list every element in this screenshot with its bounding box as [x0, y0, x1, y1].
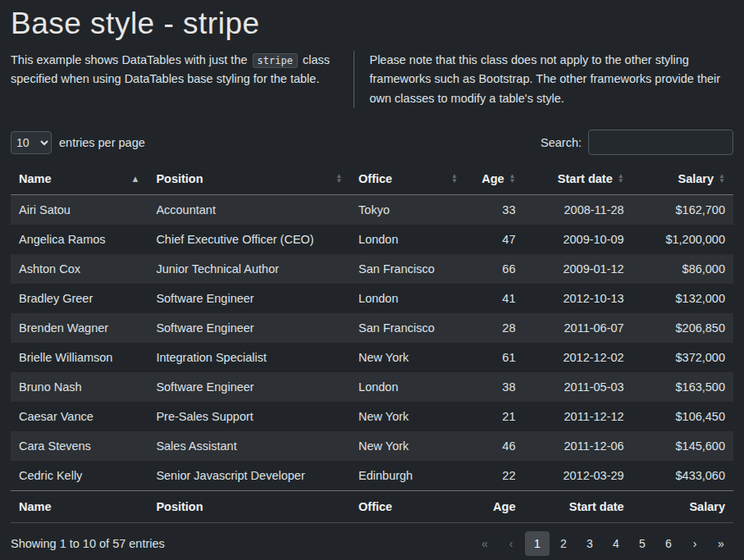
table-controls: 10 entries per page Search: [11, 130, 733, 155]
cell-salary: $433,060 [632, 461, 733, 491]
cell-start-date: 2008-11-28 [523, 195, 632, 225]
cell-name: Caesar Vance [11, 402, 148, 431]
search-label: Search: [541, 136, 582, 149]
sort-icon: ▲▼ [335, 174, 342, 185]
column-header-position[interactable]: Position▲▼ [148, 163, 350, 195]
cell-office: Edinburgh [350, 461, 466, 491]
cell-salary: $162,700 [632, 195, 733, 225]
table-row: Bruno NashSoftware EngineerLondon382011-… [11, 372, 733, 402]
cell-office: London [350, 284, 466, 313]
footer-header-office: Office [350, 491, 466, 523]
pagination-page-4-button[interactable]: 4 [604, 531, 628, 556]
pagination: «‹123456›» [472, 531, 733, 556]
footer-header-age: Age [466, 491, 523, 523]
cell-office: Tokyo [350, 195, 466, 225]
pagination-page-1-button[interactable]: 1 [525, 531, 550, 556]
pagination-last-button[interactable]: » [709, 531, 733, 556]
cell-position: Sales Assistant [148, 431, 350, 461]
cell-office: San Francisco [350, 254, 466, 284]
table-head: Name▲Position▲▼Office▲▼Age▲▼Start date▲▼… [11, 163, 733, 195]
intro-section: This example shows DataTables with just … [11, 51, 733, 108]
cell-position: Senior Javascript Developer [148, 461, 350, 491]
cell-start-date: 2012-03-29 [523, 461, 632, 491]
cell-position: Software Engineer [148, 284, 350, 313]
pagination-previous-button[interactable]: ‹ [499, 531, 523, 556]
cell-start-date: 2011-06-07 [523, 313, 632, 343]
cell-name: Brenden Wagner [11, 313, 148, 343]
column-label: Position [156, 172, 203, 185]
cell-name: Bruno Nash [11, 372, 148, 402]
cell-salary: $163,500 [632, 372, 733, 402]
table-row: Cara StevensSales AssistantNew York46201… [11, 431, 733, 461]
page-length-label: entries per page [59, 136, 145, 149]
column-header-start-date[interactable]: Start date▲▼ [523, 163, 632, 195]
page-title: Base style - stripe [11, 7, 733, 41]
search-control: Search: [541, 130, 733, 155]
cell-office: London [350, 372, 466, 402]
cell-salary: $206,850 [632, 313, 733, 343]
cell-office: New York [350, 402, 466, 431]
sort-icon: ▲▼ [451, 174, 458, 185]
search-input[interactable] [588, 130, 733, 155]
pagination-first-button[interactable]: « [472, 531, 497, 556]
cell-position: Chief Executive Officer (CEO) [148, 225, 350, 254]
footer-header-salary: Salary [632, 491, 733, 523]
stripe-code-snippet: stripe [253, 53, 298, 68]
column-label: Name [19, 172, 52, 185]
cell-salary: $372,000 [632, 343, 733, 372]
column-header-salary[interactable]: Salary▲▼ [632, 163, 733, 195]
intro-right-paragraph: Please note that this class does not app… [354, 51, 733, 108]
table-row: Caesar VancePre-Sales SupportNew York212… [11, 402, 733, 431]
cell-office: New York [350, 343, 466, 372]
sort-icon: ▲▼ [719, 174, 725, 185]
intro-left-paragraph: This example shows DataTables with just … [11, 51, 354, 108]
column-header-name[interactable]: Name▲ [11, 163, 148, 195]
cell-position: Software Engineer [148, 313, 350, 343]
cell-name: Brielle Williamson [11, 343, 148, 372]
cell-position: Accountant [148, 195, 350, 225]
intro-left-text-before: This example shows DataTables with just … [11, 53, 251, 66]
cell-age: 46 [466, 431, 523, 461]
column-header-age[interactable]: Age▲▼ [466, 163, 523, 195]
cell-office: London [350, 225, 466, 254]
data-table: Name▲Position▲▼Office▲▼Age▲▼Start date▲▼… [11, 163, 733, 523]
cell-age: 41 [466, 284, 523, 313]
cell-start-date: 2011-12-06 [523, 431, 632, 461]
cell-office: San Francisco [350, 313, 466, 343]
cell-age: 21 [466, 402, 523, 431]
table-row: Brielle WilliamsonIntegration Specialist… [11, 343, 733, 372]
sort-ascending-icon: ▲ [130, 175, 139, 184]
pagination-page-6-button[interactable]: 6 [656, 531, 681, 556]
table-row: Airi SatouAccountantTokyo332008-11-28$16… [11, 195, 733, 225]
cell-name: Angelica Ramos [11, 225, 148, 254]
cell-salary: $106,450 [632, 402, 733, 431]
table-row: Angelica RamosChief Executive Officer (C… [11, 225, 733, 254]
table-foot-row: NamePositionOfficeAgeStart dateSalary [11, 491, 733, 523]
cell-start-date: 2011-12-12 [523, 402, 632, 431]
table-body: Airi SatouAccountantTokyo332008-11-28$16… [11, 195, 733, 491]
table-row: Brenden WagnerSoftware EngineerSan Franc… [11, 313, 733, 343]
cell-age: 61 [466, 343, 523, 372]
cell-position: Integration Specialist [148, 343, 350, 372]
table-head-row: Name▲Position▲▼Office▲▼Age▲▼Start date▲▼… [11, 163, 733, 195]
column-header-office[interactable]: Office▲▼ [350, 163, 466, 195]
cell-name: Cedric Kelly [11, 461, 148, 491]
page-length-select[interactable]: 10 [11, 131, 52, 154]
page-length-control: 10 entries per page [11, 131, 145, 154]
pagination-page-2-button[interactable]: 2 [551, 531, 576, 556]
column-label: Age [482, 172, 504, 185]
cell-office: New York [350, 431, 466, 461]
column-label: Office [358, 172, 392, 185]
footer-header-name: Name [11, 491, 148, 523]
pagination-page-5-button[interactable]: 5 [630, 531, 655, 556]
cell-position: Pre-Sales Support [148, 402, 350, 431]
cell-name: Cara Stevens [11, 431, 148, 461]
cell-name: Bradley Greer [11, 284, 148, 313]
pagination-page-3-button[interactable]: 3 [577, 531, 602, 556]
cell-name: Ashton Cox [11, 254, 148, 284]
table-row: Bradley GreerSoftware EngineerLondon4120… [11, 284, 733, 313]
column-label: Salary [678, 172, 714, 185]
table-foot: NamePositionOfficeAgeStart dateSalary [11, 491, 733, 523]
footer-header-start-date: Start date [523, 491, 632, 523]
pagination-next-button[interactable]: › [682, 531, 707, 556]
